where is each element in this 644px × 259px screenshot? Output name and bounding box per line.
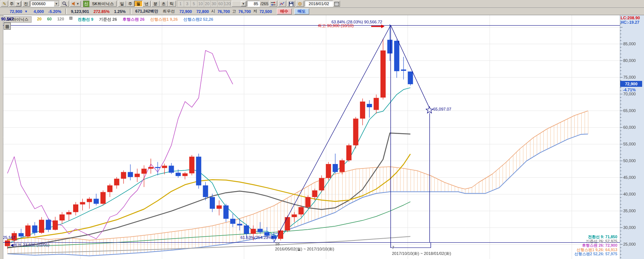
- volume-ratio: 272.85%: [94, 9, 109, 14]
- speaker-icon: [72, 1, 76, 6]
- fall-count-label: 7: [392, 245, 394, 250]
- legend-marker-square: [69, 17, 72, 20]
- interval-120-button[interactable]: 120: [224, 0, 231, 7]
- sell-button[interactable]: 매도: [294, 9, 309, 14]
- open-price: 76,700: [218, 9, 230, 14]
- chevron-down-icon: ▼: [16, 1, 21, 6]
- fall-range-label: 2017/10/10(화) ~ 2018/01/02(화): [392, 251, 451, 256]
- turnover-ratio: 1.25%: [114, 9, 125, 14]
- search-icon: [62, 1, 67, 6]
- chart-window: ✎ 주 ▼ 전 000660 ▼ ▼ 신 SK하이닉스 일주월년 분초틱 135…: [0, 0, 644, 259]
- rise-count-label: 18: [275, 242, 279, 246]
- save-button[interactable]: [287, 1, 295, 7]
- mode-틱-button[interactable]: 틱: [168, 1, 176, 7]
- main-toolbar: ✎ 주 ▼ 전 000660 ▼ ▼ 신 SK하이닉스 일주월년 분초틱 135…: [0, 0, 644, 8]
- rise-pct-label: 61.53%(254.23%): [241, 235, 273, 240]
- trade-amount: 671,242백만: [135, 9, 158, 14]
- compare-button[interactable]: [269, 1, 277, 7]
- interval-button-group: 13510203060120: [177, 0, 231, 7]
- stock-name-label: SK하이닉스: [89, 1, 117, 7]
- interval-1-button[interactable]: 1: [177, 0, 184, 7]
- interval-3-button[interactable]: 3: [184, 0, 191, 7]
- y-axis-label: 85,000: [623, 42, 636, 46]
- best-ask: 72,900: [179, 9, 192, 14]
- calendar-button[interactable]: [333, 1, 340, 7]
- indicator-readout-line: 선행스팬2 52,26: 57,975: [574, 252, 617, 256]
- settings-button[interactable]: ⚙: [296, 1, 304, 7]
- chevron-down-icon: ▼: [54, 1, 59, 6]
- interval-20-button[interactable]: 20: [204, 0, 211, 7]
- lc-label: LC:208.90: [621, 16, 640, 20]
- legend-item-3: 전환선 9: [78, 17, 94, 22]
- current-price-pct: -4.71%: [623, 88, 636, 92]
- swap-arrows-icon: [271, 1, 276, 6]
- best-bid: 72,800: [196, 9, 209, 14]
- data-grid-icon[interactable]: ▦: [4, 23, 11, 30]
- stock-code-combo[interactable]: 000660 ▼: [30, 1, 59, 7]
- mode-분-button[interactable]: 분: [151, 1, 160, 7]
- lowest-price-label: ◀최저 23,600 (02/01): [10, 243, 49, 247]
- memo-icon[interactable]: ✎: [1, 1, 8, 7]
- period-년-button[interactable]: 년: [143, 1, 151, 7]
- period-주-button[interactable]: 주: [126, 1, 134, 7]
- period-일-button[interactable]: 일: [118, 1, 126, 7]
- candle-total-label: /265: [261, 1, 268, 6]
- high-price: 76,700: [238, 9, 251, 14]
- target-label: 65,097.07: [433, 107, 451, 111]
- sound-button[interactable]: ▼: [70, 1, 81, 7]
- mode-초-button[interactable]: 초: [160, 1, 168, 7]
- price-change: 4,000: [34, 9, 44, 14]
- interval-5-button[interactable]: 5: [190, 0, 197, 7]
- indicator-readout-line: 전환선 9: 71,850: [574, 235, 617, 239]
- interval-60-button[interactable]: 60: [217, 0, 224, 7]
- legend-item-1: 60: [47, 17, 52, 22]
- search-button[interactable]: [60, 1, 69, 7]
- interval-select[interactable]: ▼: [232, 1, 246, 7]
- y-axis-label: 50,000: [623, 158, 636, 163]
- legend-item-0: 20: [37, 17, 42, 22]
- y-axis-label: 70,000: [623, 92, 636, 96]
- y-axis-label: 35,000: [623, 209, 636, 213]
- low-label: 저: [253, 9, 257, 14]
- rise-range-label: 2016/05/02(월) ~ 2017/10/10(화): [275, 247, 334, 251]
- candle-count-input[interactable]: 85: [247, 1, 260, 7]
- prev-stock-button[interactable]: 전: [22, 1, 30, 7]
- y-axis-label: 25,000: [623, 242, 636, 246]
- line-chart-icon: [279, 1, 285, 6]
- quote-strip: 72,900 ▼ 4,000 -5.20% 9,123,901 272.85% …: [0, 8, 644, 15]
- chevron-down-icon: ▼: [241, 1, 246, 6]
- low-price: 72,500: [259, 9, 272, 14]
- down-arrow-icon: ▼: [24, 10, 28, 13]
- floppy-disk-icon: [289, 1, 294, 6]
- calendar-icon: [334, 2, 339, 6]
- y-axis-label: 75,000: [623, 75, 636, 79]
- legend-items: 2060120전환선 9기준선 26후행스팬 26선행스팬1 9,26선행스팬2…: [32, 17, 213, 22]
- interval-30-button[interactable]: 30: [210, 0, 218, 7]
- y-axis-label: 65,000: [623, 108, 636, 113]
- y-axis-label: 55,000: [623, 142, 636, 146]
- price-change-pct: -5.20%: [48, 9, 61, 14]
- new-badge: 신: [83, 1, 89, 7]
- price-chart-canvas[interactable]: [0, 15, 644, 259]
- separator: [65, 9, 67, 14]
- period-월-button[interactable]: 월: [134, 1, 143, 7]
- chart-style-button[interactable]: [278, 1, 286, 7]
- y-axis-label: 80,000: [623, 58, 636, 63]
- high-line-left-label: 90,567: [1, 17, 14, 21]
- y-axis-label: 40,000: [623, 192, 636, 196]
- period-type-value: 주: [10, 1, 14, 7]
- stock-name-chip[interactable]: 신 SK하이닉스: [83, 1, 117, 7]
- chart-legend: SK하이닉스 2060120전환선 9기준선 26후행스팬 26선행스팬1 9,…: [4, 16, 213, 23]
- buy-button[interactable]: 매수: [277, 9, 292, 14]
- legend-item-6: 선행스팬1 9,26: [150, 17, 178, 22]
- date-input[interactable]: 2018/01/02: [305, 1, 333, 7]
- open-label: 시: [211, 9, 215, 14]
- period-type-select[interactable]: 주 ▼: [9, 1, 22, 7]
- base-line-left-label: 25,567: [3, 235, 16, 240]
- high-label: 고: [232, 9, 236, 14]
- best-quote-label: 최우선: [163, 9, 175, 14]
- chevron-down-icon: ▼: [76, 2, 79, 6]
- legend-item-4: 기준선 26: [99, 17, 117, 22]
- separator: [130, 9, 131, 14]
- interval-10-button[interactable]: 10: [197, 0, 204, 7]
